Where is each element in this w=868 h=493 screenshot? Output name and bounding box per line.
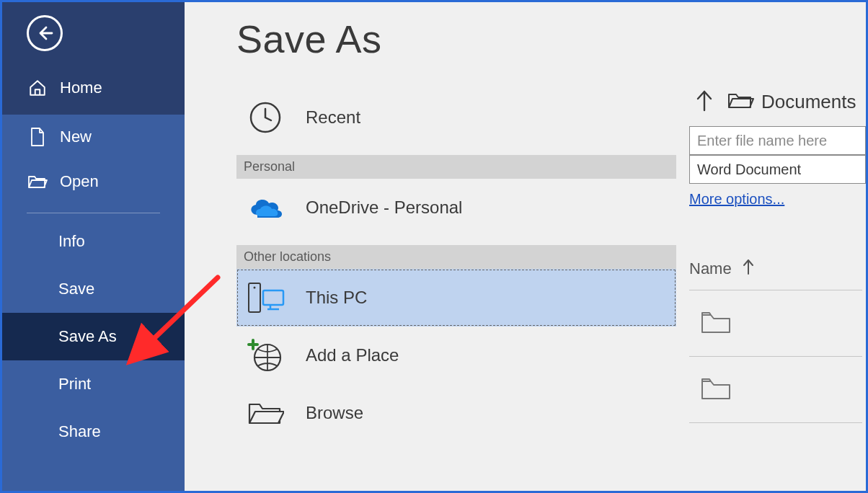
location-recent-label: Recent (306, 107, 360, 128)
nav-home[interactable]: Home (2, 66, 185, 110)
open-folder-icon (27, 171, 48, 192)
nav-open[interactable]: Open (2, 159, 185, 204)
section-other-locations: Other locations (236, 245, 676, 269)
sidebar-separator (27, 213, 160, 213)
folder-icon (699, 376, 732, 404)
name-column-label: Name (689, 259, 732, 278)
nav-new[interactable]: New (2, 115, 185, 159)
location-browse-label: Browse (306, 403, 363, 423)
svg-point-2 (254, 287, 256, 289)
nav-save-as-label: Save As (58, 327, 117, 346)
folder-entry-1[interactable] (689, 290, 862, 357)
nav-share[interactable]: Share (2, 408, 185, 456)
location-onedrive-label: OneDrive - Personal (306, 197, 462, 218)
home-icon (27, 77, 48, 99)
locations-column: Recent Personal OneDrive - Personal Othe… (236, 89, 676, 442)
this-pc-icon (245, 277, 285, 318)
location-onedrive[interactable]: OneDrive - Personal (236, 179, 676, 236)
add-place-globe-icon (245, 335, 285, 376)
back-arrow-icon (36, 25, 53, 42)
filename-input[interactable] (689, 126, 866, 155)
location-add-place[interactable]: Add a Place (236, 327, 676, 384)
nav-open-label: Open (60, 172, 99, 191)
nav-save-label: Save (58, 280, 94, 298)
nav-new-label: New (60, 128, 92, 146)
location-this-pc[interactable]: This PC (236, 269, 676, 327)
backstage-sidebar: Home New Open Info Save Save As Print (2, 2, 185, 491)
browse-folder-icon (245, 393, 285, 433)
current-folder-name[interactable]: Documents (761, 91, 856, 113)
nav-info-label: Info (58, 232, 85, 251)
location-this-pc-label: This PC (306, 288, 367, 308)
nav-print-label: Print (58, 375, 91, 394)
nav-share-label: Share (58, 422, 101, 441)
folder-open-icon (727, 90, 754, 113)
location-browse[interactable]: Browse (236, 384, 676, 442)
nav-save-as[interactable]: Save As (2, 313, 185, 360)
more-options-link[interactable]: More options... (689, 191, 784, 208)
name-column-header[interactable]: Name (689, 258, 862, 290)
svg-rect-3 (263, 290, 283, 305)
section-personal: Personal (236, 155, 676, 179)
new-file-icon (27, 126, 48, 148)
page-title: Save As (236, 17, 866, 61)
file-type-value: Word Document (697, 161, 801, 178)
nav-save[interactable]: Save (2, 265, 185, 313)
nav-home-label: Home (60, 79, 102, 97)
info-column: Documents Word Document More options... … (689, 89, 866, 442)
folder-entry-2[interactable] (689, 357, 862, 423)
app-frame: Home New Open Info Save Save As Print (0, 0, 868, 493)
folder-icon (699, 309, 732, 338)
up-arrow-icon[interactable] (695, 89, 714, 115)
main-content: Save As Recent Personal (185, 2, 866, 491)
sort-ascending-icon (742, 258, 755, 280)
columns: Recent Personal OneDrive - Personal Othe… (185, 89, 866, 442)
nav-print[interactable]: Print (2, 360, 185, 408)
recent-clock-icon (245, 97, 285, 138)
location-add-place-label: Add a Place (306, 345, 399, 365)
file-type-select[interactable]: Word Document (689, 155, 866, 184)
location-recent[interactable]: Recent (236, 89, 676, 146)
nav-info[interactable]: Info (2, 218, 185, 265)
current-path-row: Documents (689, 89, 866, 115)
onedrive-cloud-icon (245, 187, 285, 228)
back-button[interactable] (27, 15, 63, 51)
